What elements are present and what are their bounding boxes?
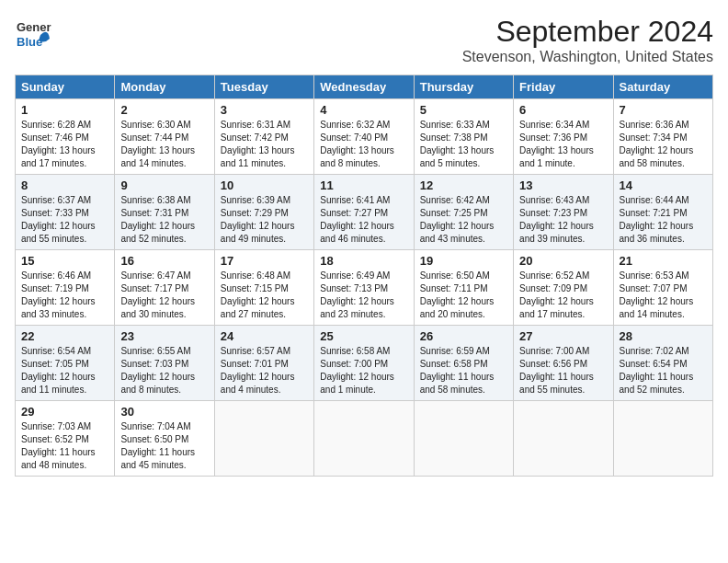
cell-sunset: Sunset: 7:36 PM (519, 132, 587, 143)
cell-week4-day5: 27 Sunrise: 7:00 AM Sunset: 6:56 PM Dayl… (514, 326, 613, 401)
cell-sunrise: Sunrise: 6:41 AM (320, 195, 390, 205)
cell-sunset: Sunset: 6:56 PM (519, 359, 587, 369)
cell-daylight: Daylight: 12 hours and 36 minutes. (620, 221, 694, 244)
cell-sunrise: Sunrise: 6:42 AM (420, 195, 490, 205)
cell-sunset: Sunset: 7:09 PM (519, 283, 587, 293)
cell-sunrise: Sunrise: 6:31 AM (221, 120, 290, 130)
cell-sunrise: Sunrise: 6:34 AM (519, 120, 589, 130)
svg-text:Blue: Blue (17, 35, 42, 49)
day-number: 28 (620, 329, 707, 343)
cell-sunrise: Sunrise: 6:55 AM (120, 346, 190, 356)
day-number: 25 (320, 329, 407, 343)
cell-sunrise: Sunrise: 7:00 AM (519, 346, 589, 356)
cell-sunset: Sunset: 7:29 PM (221, 208, 289, 218)
title-area: September 2024 Stevenson, Washington, Un… (462, 15, 713, 65)
cell-week2-day1: 9 Sunrise: 6:38 AM Sunset: 7:31 PM Dayli… (115, 175, 214, 250)
cell-daylight: Daylight: 12 hours and 27 minutes. (221, 296, 295, 319)
cell-daylight: Daylight: 12 hours and 39 minutes. (519, 221, 594, 244)
cell-week4-day4: 26 Sunrise: 6:59 AM Sunset: 6:58 PM Dayl… (414, 326, 513, 401)
day-number: 21 (620, 254, 707, 268)
cell-week5-day5 (514, 401, 613, 477)
cell-sunset: Sunset: 7:03 PM (120, 359, 188, 369)
day-number: 22 (21, 329, 108, 343)
cell-sunset: Sunset: 6:54 PM (620, 359, 688, 369)
week-row-3: 15 Sunrise: 6:46 AM Sunset: 7:19 PM Dayl… (16, 250, 713, 326)
cell-daylight: Daylight: 12 hours and 1 minute. (320, 372, 394, 395)
cell-daylight: Daylight: 12 hours and 23 minutes. (320, 296, 394, 319)
cell-daylight: Daylight: 11 hours and 45 minutes. (120, 447, 195, 470)
cell-sunset: Sunset: 7:00 PM (320, 359, 388, 369)
cell-daylight: Daylight: 12 hours and 14 minutes. (620, 296, 694, 319)
day-number: 4 (320, 103, 407, 117)
col-tuesday: Tuesday (214, 75, 313, 99)
cell-sunrise: Sunrise: 6:39 AM (221, 195, 290, 205)
cell-daylight: Daylight: 11 hours and 48 minutes. (21, 447, 96, 470)
day-number: 17 (221, 254, 308, 268)
day-number: 3 (221, 103, 308, 117)
cell-daylight: Daylight: 13 hours and 8 minutes. (320, 145, 394, 168)
cell-sunrise: Sunrise: 6:38 AM (120, 195, 190, 205)
cell-sunrise: Sunrise: 6:52 AM (519, 270, 589, 281)
cell-sunset: Sunset: 7:25 PM (420, 208, 488, 218)
day-number: 1 (21, 103, 108, 117)
day-number: 10 (221, 178, 308, 192)
location-title: Stevenson, Washington, United States (462, 49, 713, 65)
cell-sunset: Sunset: 7:15 PM (221, 283, 289, 293)
cell-sunrise: Sunrise: 6:36 AM (620, 120, 689, 130)
day-number: 16 (120, 254, 208, 268)
cell-sunrise: Sunrise: 6:49 AM (320, 270, 390, 281)
day-number: 20 (519, 254, 607, 268)
cell-daylight: Daylight: 11 hours and 58 minutes. (420, 372, 495, 395)
cell-week3-day0: 15 Sunrise: 6:46 AM Sunset: 7:19 PM Dayl… (16, 250, 115, 326)
cell-sunrise: Sunrise: 6:46 AM (21, 270, 91, 281)
week-row-2: 8 Sunrise: 6:37 AM Sunset: 7:33 PM Dayli… (16, 175, 713, 250)
day-number: 30 (120, 405, 208, 419)
calendar-page: General Blue September 2024 Stevenson, W… (0, 0, 728, 563)
cell-daylight: Daylight: 12 hours and 8 minutes. (120, 372, 195, 395)
cell-sunset: Sunset: 7:13 PM (320, 283, 388, 293)
cell-sunrise: Sunrise: 6:43 AM (519, 195, 589, 205)
week-row-4: 22 Sunrise: 6:54 AM Sunset: 7:05 PM Dayl… (16, 326, 713, 401)
cell-sunrise: Sunrise: 6:33 AM (420, 120, 490, 130)
cell-daylight: Daylight: 13 hours and 17 minutes. (21, 145, 96, 168)
cell-sunrise: Sunrise: 6:37 AM (21, 195, 91, 205)
week-row-1: 1 Sunrise: 6:28 AM Sunset: 7:46 PM Dayli… (16, 99, 713, 175)
cell-week3-day3: 18 Sunrise: 6:49 AM Sunset: 7:13 PM Dayl… (314, 250, 414, 326)
cell-sunset: Sunset: 6:50 PM (120, 434, 188, 444)
cell-daylight: Daylight: 12 hours and 4 minutes. (221, 372, 295, 395)
cell-daylight: Daylight: 11 hours and 55 minutes. (519, 372, 594, 395)
day-number: 2 (120, 103, 208, 117)
cell-week2-day2: 10 Sunrise: 6:39 AM Sunset: 7:29 PM Dayl… (214, 175, 313, 250)
month-title: September 2024 (462, 15, 713, 49)
day-number: 6 (519, 103, 607, 117)
cell-week3-day2: 17 Sunrise: 6:48 AM Sunset: 7:15 PM Dayl… (214, 250, 313, 326)
day-number: 27 (519, 329, 607, 343)
cell-daylight: Daylight: 11 hours and 52 minutes. (620, 372, 694, 395)
cell-sunrise: Sunrise: 6:30 AM (120, 120, 190, 130)
cell-daylight: Daylight: 12 hours and 11 minutes. (21, 372, 96, 395)
cell-week1-day3: 4 Sunrise: 6:32 AM Sunset: 7:40 PM Dayli… (314, 99, 414, 175)
cell-sunrise: Sunrise: 6:57 AM (221, 346, 290, 356)
col-thursday: Thursday (414, 75, 513, 99)
cell-daylight: Daylight: 13 hours and 1 minute. (519, 145, 594, 168)
cell-sunset: Sunset: 7:27 PM (320, 208, 388, 218)
cell-sunset: Sunset: 7:19 PM (21, 283, 89, 293)
cell-week5-day4 (414, 401, 513, 477)
logo-svg: General Blue (15, 15, 51, 52)
day-number: 9 (120, 178, 208, 192)
cell-daylight: Daylight: 13 hours and 5 minutes. (420, 145, 495, 168)
cell-daylight: Daylight: 12 hours and 30 minutes. (120, 296, 195, 319)
cell-sunset: Sunset: 7:01 PM (221, 359, 289, 369)
cell-week1-day2: 3 Sunrise: 6:31 AM Sunset: 7:42 PM Dayli… (214, 99, 313, 175)
cell-daylight: Daylight: 12 hours and 17 minutes. (519, 296, 594, 319)
cell-sunset: Sunset: 6:52 PM (21, 434, 89, 444)
cell-sunset: Sunset: 7:11 PM (420, 283, 488, 293)
cell-week4-day1: 23 Sunrise: 6:55 AM Sunset: 7:03 PM Dayl… (115, 326, 214, 401)
day-number: 8 (21, 178, 108, 192)
cell-daylight: Daylight: 12 hours and 33 minutes. (21, 296, 96, 319)
cell-daylight: Daylight: 12 hours and 58 minutes. (620, 145, 694, 168)
cell-sunset: Sunset: 7:46 PM (21, 132, 89, 143)
cell-sunset: Sunset: 7:23 PM (519, 208, 587, 218)
day-number: 29 (21, 405, 108, 419)
cell-daylight: Daylight: 12 hours and 43 minutes. (420, 221, 495, 244)
